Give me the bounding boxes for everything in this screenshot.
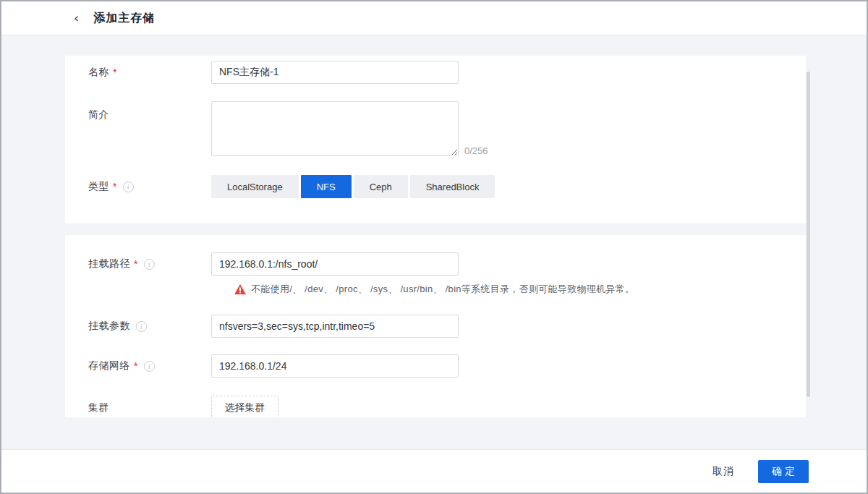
- confirm-button[interactable]: 确定: [758, 460, 809, 483]
- type-option-nfs[interactable]: NFS: [301, 175, 352, 198]
- basic-info-card: 名称* 简介 0/256 类型* i LocalStorageNFSCephSh…: [65, 56, 806, 223]
- storage-network-info-icon[interactable]: i: [144, 361, 155, 372]
- nfs-settings-card: 挂载路径* i 不能使用/、 /dev、 /proc、 /sys、 /usr/b…: [65, 235, 806, 417]
- cluster-row: 集群 选择集群: [65, 396, 806, 417]
- mount-options-row: 挂载参数 i: [65, 315, 806, 338]
- required-mark: *: [113, 181, 117, 192]
- description-textarea[interactable]: [211, 101, 459, 156]
- type-label: 类型* i: [88, 180, 211, 193]
- required-mark: *: [134, 360, 138, 372]
- type-option-ceph[interactable]: Ceph: [354, 175, 408, 198]
- name-row: 名称*: [65, 56, 806, 84]
- char-counter: 0/256: [464, 145, 488, 156]
- page-footer: 取消 确定: [1, 449, 867, 493]
- required-mark: *: [113, 67, 117, 78]
- type-option-sharedblock[interactable]: SharedBlock: [410, 175, 495, 198]
- cancel-button[interactable]: 取消: [712, 465, 734, 478]
- select-cluster-button[interactable]: 选择集群: [211, 396, 278, 417]
- mount-path-row: 挂载路径* i: [65, 235, 806, 276]
- cluster-label: 集群: [88, 401, 211, 414]
- mount-path-warning: 不能使用/、 /dev、 /proc、 /sys、 /usr/bin、 /bin…: [65, 283, 806, 296]
- storage-network-label: 存储网络* i: [88, 359, 211, 372]
- mount-options-info-icon[interactable]: i: [136, 321, 147, 332]
- type-option-localstorage[interactable]: LocalStorage: [211, 175, 299, 198]
- description-label: 简介: [88, 101, 211, 122]
- type-row: 类型* i LocalStorageNFSCephSharedBlock: [65, 175, 806, 198]
- description-row: 简介 0/256: [65, 101, 806, 156]
- scrollbar-thumb[interactable]: [807, 72, 810, 397]
- add-primary-storage-page: ‹ 添加主存储 名称* 简介 0/256 类型* i LocalStorageN…: [0, 0, 868, 494]
- type-info-icon[interactable]: i: [123, 182, 134, 192]
- mount-path-info-icon[interactable]: i: [144, 259, 155, 270]
- mount-path-input[interactable]: [211, 252, 459, 276]
- warning-text: 不能使用/、 /dev、 /proc、 /sys、 /usr/bin、 /bin…: [251, 283, 634, 296]
- type-button-group: LocalStorageNFSCephSharedBlock: [211, 175, 495, 198]
- back-icon[interactable]: ‹: [74, 12, 79, 25]
- warning-triangle-icon: [234, 284, 246, 294]
- page-title: 添加主存储: [93, 11, 155, 26]
- name-input[interactable]: [211, 61, 459, 84]
- mount-options-label: 挂载参数 i: [88, 320, 211, 333]
- required-mark: *: [134, 258, 138, 270]
- mount-options-input[interactable]: [211, 315, 459, 338]
- storage-network-input[interactable]: [211, 354, 459, 378]
- name-label: 名称*: [88, 66, 211, 79]
- page-header: ‹ 添加主存储: [1, 1, 867, 35]
- mount-path-label: 挂载路径* i: [88, 257, 211, 271]
- storage-network-row: 存储网络* i: [65, 354, 806, 378]
